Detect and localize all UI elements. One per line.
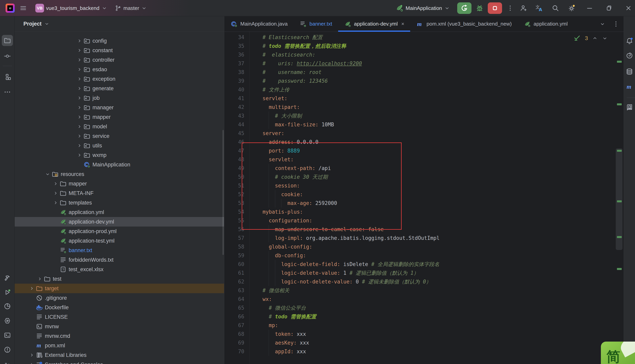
chevron-right-icon[interactable]: [76, 55, 83, 65]
tree-item-mapper[interactable]: mapper: [15, 112, 224, 122]
tree-item-application-yml[interactable]: application.yml: [15, 208, 224, 217]
chevron-right-icon[interactable]: [36, 274, 44, 284]
tree-item-service[interactable]: service: [15, 131, 224, 141]
tree-item-templates[interactable]: templates: [15, 198, 224, 208]
vcs-change-stripe-mark[interactable]: [617, 268, 622, 270]
project-panel-header[interactable]: Project: [15, 16, 224, 32]
database-icon[interactable]: [624, 67, 634, 76]
editor-tab-application-yml[interactable]: application.yml: [518, 16, 574, 32]
terminal-icon[interactable]: [2, 330, 13, 341]
tab-close-icon[interactable]: ×: [401, 21, 404, 27]
editor-area[interactable]: MainApplication.javabanner.txtapplicatio…: [224, 16, 624, 364]
tree-item-application-dev-yml[interactable]: application-dev.yml: [15, 217, 224, 226]
tree-item-meta-inf[interactable]: META-INF: [15, 188, 224, 198]
settings-gear-icon[interactable]: [567, 4, 575, 12]
dictionary-icon[interactable]: A: [624, 102, 634, 112]
chevron-right-icon[interactable]: [52, 188, 60, 198]
tree-item-forbiddenwords-txt[interactable]: forbiddenWords.txt: [15, 255, 224, 264]
ai-assistant-icon[interactable]: [624, 50, 634, 60]
editor-tab-pom-xml-vue3-basic-backend-new-[interactable]: mpom.xml (vue3_basic_backend_new): [410, 16, 517, 32]
tree-item-config[interactable]: config: [15, 36, 224, 46]
tree-item-mvnw-cmd[interactable]: mvnw.cmd: [15, 331, 224, 341]
commit-icon[interactable]: [2, 50, 13, 62]
tree-scrollbar[interactable]: [222, 130, 224, 255]
window-close-icon[interactable]: [625, 4, 632, 12]
tree-item-banner-txt[interactable]: banner.txt: [15, 246, 224, 255]
project-widget[interactable]: VB vue3_tourism_backend: [35, 0, 107, 16]
tree-item-model[interactable]: model: [15, 122, 224, 131]
tree-item-scratches-and-consoles[interactable]: Scratches and Consoles: [15, 360, 224, 364]
maven-icon[interactable]: m: [624, 82, 634, 92]
vcs-change-stripe-mark[interactable]: [617, 200, 622, 202]
chevron-right-icon[interactable]: [28, 284, 36, 293]
tree-item-wxmp[interactable]: wxmp: [15, 150, 224, 160]
tree-item-test-excel-xlsx[interactable]: ?test_excel.xlsx: [15, 264, 224, 274]
chevron-right-icon[interactable]: [76, 84, 83, 93]
tree-item-pom-xml[interactable]: mpom.xml: [15, 341, 224, 350]
tree-item-exception[interactable]: exception: [15, 74, 224, 84]
build-hammer-icon[interactable]: [2, 273, 13, 284]
translate-icon[interactable]: 文A: [535, 4, 543, 12]
main-menu-hamburger-icon[interactable]: [20, 4, 27, 12]
tree-item-utils[interactable]: utils: [15, 141, 224, 150]
chevron-down-icon[interactable]: [44, 170, 52, 179]
chevron-right-icon[interactable]: [76, 36, 83, 46]
search-everywhere-icon[interactable]: [551, 4, 559, 12]
tree-item-test[interactable]: test: [15, 274, 224, 284]
tree-item-esdao[interactable]: esdao: [15, 65, 224, 74]
tree-item-license[interactable]: LICENSE: [15, 312, 224, 322]
code-with-me-icon[interactable]: [519, 4, 527, 12]
tree-item-mainapplication[interactable]: MainApplication: [15, 160, 224, 170]
vcs-branch-widget[interactable]: master: [115, 0, 147, 16]
bell-icon[interactable]: [624, 36, 634, 46]
chevron-right-icon[interactable]: [52, 179, 60, 188]
tree-item-mapper[interactable]: mapper: [15, 179, 224, 188]
problems-icon[interactable]: [2, 344, 13, 355]
chevron-right-icon[interactable]: [76, 141, 83, 150]
tree-item-application-test-yml[interactable]: application-test.yml: [15, 236, 224, 246]
git-branch-icon[interactable]: [2, 360, 13, 364]
chevron-right-icon[interactable]: [76, 93, 83, 103]
tree-item-constant[interactable]: constant: [15, 46, 224, 55]
rerun-button[interactable]: [457, 2, 471, 14]
run-configuration-widget[interactable]: MainApplication: [395, 0, 450, 16]
services-icon[interactable]: [2, 315, 13, 326]
structure-icon[interactable]: [2, 72, 13, 82]
debug-button[interactable]: [475, 4, 484, 12]
vcs-change-stripe-mark[interactable]: [617, 103, 622, 105]
tree-item-mvnw[interactable]: mvnw: [15, 322, 224, 331]
more-actions-kebab-icon[interactable]: [506, 4, 514, 12]
chevron-right-icon[interactable]: [76, 131, 83, 141]
vcs-change-stripe-mark[interactable]: [617, 61, 622, 63]
profiler-icon[interactable]: [2, 301, 13, 312]
tree-item-dockerfile[interactable]: Dockerfile: [15, 303, 224, 312]
vcs-change-stripe-mark[interactable]: [617, 236, 622, 238]
stop-button[interactable]: [488, 2, 502, 14]
chevron-right-icon[interactable]: [76, 112, 83, 122]
chevron-right-icon[interactable]: [76, 103, 83, 112]
tree-item-application-prod-yml[interactable]: application-prod.yml: [15, 226, 224, 236]
chevron-right-icon[interactable]: [76, 74, 83, 84]
window-minimize-icon[interactable]: [586, 4, 593, 12]
chevron-right-icon[interactable]: [76, 122, 83, 131]
chevron-right-icon[interactable]: [76, 65, 83, 74]
editor-tab-banner-txt[interactable]: banner.txt: [293, 16, 338, 32]
tree-item-resources[interactable]: resources: [15, 170, 224, 179]
editor-tab-mainapplication-java[interactable]: MainApplication.java: [224, 16, 293, 32]
folder-tool-icon[interactable]: [2, 35, 13, 46]
code-editor[interactable]: 34# Elasticsearch 配置35# todo 需替换配置，然后取消注…: [224, 32, 624, 364]
hidden-tabs-chevron-icon[interactable]: [599, 21, 605, 27]
chevron-right-icon[interactable]: [76, 150, 83, 160]
chevron-right-icon[interactable]: [76, 46, 83, 55]
chevron-right-icon[interactable]: [28, 360, 36, 364]
tree-item-generate[interactable]: generate: [15, 84, 224, 93]
tree-item-job[interactable]: job: [15, 93, 224, 103]
tree-item-manager[interactable]: manager: [15, 103, 224, 112]
tree-item-controller[interactable]: controller: [15, 55, 224, 65]
window-restore-icon[interactable]: [605, 4, 613, 12]
editor-scrollbar-thumb[interactable]: [616, 148, 622, 250]
tree-item-target[interactable]: target: [15, 284, 224, 293]
editor-tab-application-dev-yml[interactable]: application-dev.yml×: [338, 16, 410, 32]
chevron-right-icon[interactable]: [52, 198, 60, 208]
chevron-right-icon[interactable]: [28, 350, 36, 360]
